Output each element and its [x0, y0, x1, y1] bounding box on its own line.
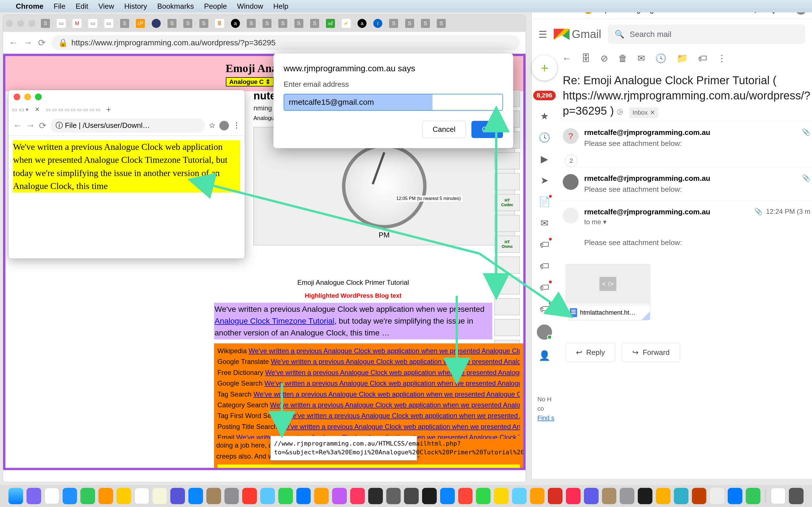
- tab-icon[interactable]: S: [41, 19, 50, 28]
- attachment-card[interactable]: < /> htmlattachment.ht…: [566, 264, 650, 320]
- dock-app-icon[interactable]: [512, 488, 527, 504]
- message-summary[interactable]: rmetcalfe@rjmprogramming.com.au Please s…: [560, 167, 812, 201]
- back-icon[interactable]: ←: [9, 38, 18, 48]
- tab-icon[interactable]: S: [262, 19, 271, 28]
- reload-icon[interactable]: ⟳: [38, 38, 46, 48]
- snoozed-icon[interactable]: 🕓: [539, 132, 550, 143]
- sent-icon[interactable]: ➤: [539, 175, 550, 186]
- terminal-icon[interactable]: [422, 488, 437, 504]
- collapsed-count[interactable]: 2: [565, 155, 577, 167]
- url-field[interactable]: 🔒 https://www.rjmprogramming.com.au/word…: [51, 35, 520, 50]
- dock-app-icon[interactable]: [584, 488, 599, 504]
- category-icon[interactable]: 🏷: [539, 303, 550, 314]
- starred-icon[interactable]: ★: [539, 110, 550, 122]
- thumb[interactable]: [495, 319, 520, 336]
- tab-icon[interactable]: S: [421, 19, 430, 28]
- dock-app-icon[interactable]: [530, 488, 545, 504]
- dock-app-icon[interactable]: [386, 488, 401, 504]
- tab-icon[interactable]: S: [310, 19, 319, 28]
- tab-icon[interactable]: S: [199, 19, 208, 28]
- profile-avatar[interactable]: [219, 121, 229, 130]
- preferences-icon[interactable]: [224, 488, 239, 504]
- menu-window[interactable]: Window: [237, 2, 263, 11]
- thumb[interactable]: HTCodec: [495, 194, 520, 211]
- drafts-icon[interactable]: 📄: [539, 196, 550, 207]
- tab-icon[interactable]: ▭: [104, 19, 113, 28]
- close-icon[interactable]: ✕: [650, 108, 655, 117]
- dock-app-icon[interactable]: [620, 488, 635, 504]
- safari-icon[interactable]: [45, 488, 59, 504]
- finder-icon[interactable]: [8, 488, 23, 504]
- tab-info-icon[interactable]: i: [373, 19, 382, 28]
- dock-app-icon[interactable]: [242, 488, 257, 504]
- thumb[interactable]: [495, 215, 520, 232]
- downloads-icon[interactable]: [771, 488, 785, 504]
- calendar-icon[interactable]: [135, 488, 149, 504]
- tab-icon[interactable]: S: [389, 19, 398, 28]
- reply-button[interactable]: ↩Reply: [566, 343, 615, 362]
- forward-icon[interactable]: →: [23, 38, 33, 48]
- inner-url-field[interactable]: ⓘ File | /Users/user/Downl…: [50, 118, 205, 133]
- dock-app-icon[interactable]: [746, 488, 760, 504]
- back-icon[interactable]: ←: [13, 120, 22, 131]
- category-icon[interactable]: 🏷: [539, 260, 550, 272]
- delete-icon[interactable]: 🗑: [618, 53, 627, 64]
- dock-app-icon[interactable]: [296, 488, 311, 504]
- inbox-chip[interactable]: Inbox ✕: [629, 107, 659, 118]
- search-input[interactable]: 🔍 Search mail: [608, 24, 805, 44]
- important-icon[interactable]: ▶: [539, 153, 550, 165]
- traffic-close[interactable]: [13, 94, 20, 100]
- dock-app-icon[interactable]: [692, 488, 707, 504]
- dock-app-icon[interactable]: [656, 488, 670, 504]
- dock-app-icon[interactable]: [674, 488, 689, 504]
- dock-app-icon[interactable]: [368, 488, 383, 504]
- opera-icon[interactable]: [566, 488, 580, 504]
- dialog-input[interactable]: [284, 94, 503, 111]
- dock-app-icon[interactable]: [404, 488, 419, 504]
- filezilla-icon[interactable]: [548, 488, 562, 504]
- inner-active-tab[interactable]: ✕: [30, 104, 44, 115]
- message-summary[interactable]: ? rmetcalfe@rjmprogramming.com.au Please…: [560, 121, 812, 155]
- label-icon[interactable]: ⧁: [617, 107, 623, 117]
- tab-icon[interactable]: S: [278, 19, 287, 28]
- menu-people[interactable]: People: [204, 2, 227, 11]
- menu-help[interactable]: Help: [273, 2, 288, 11]
- dock-app-icon[interactable]: [314, 488, 329, 504]
- traffic-max[interactable]: [35, 94, 42, 100]
- thumb[interactable]: [495, 298, 520, 315]
- back-to-inbox-icon[interactable]: ←: [562, 53, 571, 64]
- all-mail-icon[interactable]: ✉: [539, 217, 550, 229]
- tab-icon[interactable]: [152, 19, 161, 28]
- cancel-button[interactable]: Cancel: [422, 121, 466, 138]
- ok-button[interactable]: OK: [471, 121, 503, 138]
- reload-icon[interactable]: ⟳: [39, 120, 47, 131]
- tab-icon[interactable]: S: [294, 19, 303, 28]
- category-icon[interactable]: 🏷: [539, 239, 550, 250]
- menubar-app[interactable]: Chrome: [16, 2, 43, 11]
- tab-icon[interactable]: S: [247, 19, 256, 28]
- dock-app-icon[interactable]: [602, 488, 617, 504]
- dock-app-icon[interactable]: [638, 488, 652, 504]
- move-to-icon[interactable]: 📁: [677, 53, 688, 64]
- star-icon[interactable]: ☆: [209, 121, 215, 130]
- find-someone-link[interactable]: Find s: [538, 414, 554, 421]
- dock-app-icon[interactable]: [260, 488, 275, 504]
- menu-bookmarks[interactable]: Bookmarks: [157, 2, 194, 11]
- close-icon[interactable]: ✕: [35, 106, 40, 113]
- tab-icon[interactable]: ▭: [88, 19, 97, 28]
- hangouts-avatar[interactable]: [537, 325, 552, 340]
- hamburger-icon[interactable]: ☰: [539, 29, 547, 40]
- archive-icon[interactable]: 🗄: [581, 53, 591, 64]
- dock-app-icon[interactable]: [476, 488, 491, 504]
- dock-app-icon[interactable]: [458, 488, 473, 504]
- tab-icon[interactable]: a: [231, 19, 240, 28]
- thumb[interactable]: [495, 257, 520, 274]
- menu-history[interactable]: History: [124, 2, 147, 11]
- kebab-icon[interactable]: ⋮: [233, 121, 240, 130]
- xcode-icon[interactable]: [440, 488, 455, 504]
- thumb[interactable]: [495, 152, 520, 169]
- gmail-logo[interactable]: Gmail: [554, 28, 601, 41]
- traffic-min[interactable]: [17, 20, 24, 27]
- dock-app-icon[interactable]: [710, 488, 724, 504]
- compose-button[interactable]: +: [532, 55, 557, 80]
